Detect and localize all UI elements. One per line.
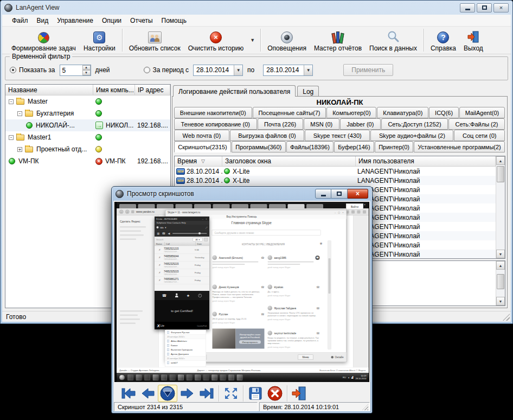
subtab-3-0[interactable]: Скриншоты(2315) (174, 141, 231, 152)
menu-item-2[interactable]: Управление (53, 15, 98, 26)
subtab-1-5[interactable]: Сеть:Файлы (2) (448, 118, 505, 130)
table-scrollbar[interactable]: ▲ ▼ (496, 156, 505, 258)
scroll-down-icon[interactable]: ▼ (496, 297, 505, 306)
days-spinner[interactable]: 5 ▲▼ (60, 65, 91, 76)
tree-header-name[interactable]: Название (5, 85, 93, 95)
tree-row-1[interactable]: -Бухгалтерия (5, 107, 170, 119)
play-screenshot-button[interactable] (158, 385, 177, 402)
subtab-2-1[interactable]: Выгрузка файлов (0) (230, 130, 305, 141)
toolbar-button-tasks-pinwheel[interactable]: Формирование задач (8, 28, 80, 53)
close-button[interactable]: × (493, 3, 509, 12)
maximize-button[interactable] (477, 3, 492, 12)
tree-row-5[interactable]: VM-ПК×VM-ПК192.168.... (5, 155, 170, 167)
radio-dot[interactable] (144, 67, 150, 73)
radio-dot[interactable] (10, 67, 16, 73)
scroll-up-icon[interactable]: ▲ (496, 156, 505, 165)
toolbar-button-settings-wrench[interactable]: ⚙Настройки (80, 28, 119, 53)
tree-row-4[interactable]: +Проектный отд... (5, 143, 170, 155)
exit-screenshot-button[interactable] (290, 385, 309, 402)
toolbar-button-clear-history[interactable]: ×Очистить историю (184, 28, 248, 53)
tree-row-3[interactable]: -Master1 (5, 131, 170, 143)
preview-scrollbar[interactable]: ▲ ▼ (496, 261, 505, 306)
next-screenshot-button[interactable] (177, 385, 197, 402)
subtab-2-4[interactable]: Соц сети (0) (454, 130, 505, 141)
minimize-button[interactable] (460, 3, 475, 12)
subtab-1-0[interactable]: Теневое копирование (0) (174, 118, 257, 130)
table-header-0[interactable]: Время▽ (175, 156, 222, 166)
menu-item-5[interactable]: Помощь (157, 15, 191, 26)
menu-item-4[interactable]: Отчеты (126, 15, 157, 26)
subtab-2-0[interactable]: Web почта (0) (174, 130, 229, 141)
subtab-3-3[interactable]: Буфер(146) (334, 141, 374, 152)
tree-row-2[interactable]: НИКОЛАЙ-...→НИКОЛ...192.168.... (5, 119, 170, 131)
subtab-0-4[interactable]: ICQ(6) (429, 107, 459, 118)
menu-item-3[interactable]: Опции (98, 15, 126, 26)
main-titlebar[interactable]: LanAgent View × (1, 1, 512, 15)
table-header-1[interactable]: Заголовок окна (222, 156, 356, 166)
toolbar-button-help[interactable]: ?Справка (427, 28, 460, 53)
table-row[interactable]: NEW28.10.2014 ...X-LiteLANAGENT\Николай (175, 167, 496, 176)
subtab-3-1[interactable]: Программы(360) (232, 141, 286, 152)
chevron-down-icon[interactable]: ▼ (234, 65, 242, 75)
first-screenshot-button[interactable] (119, 385, 138, 402)
fit-screenshot-button[interactable] (221, 385, 241, 402)
subtab-3-5[interactable]: Установленные программы(2) (414, 141, 505, 152)
toolbar-button-report-wizard[interactable]: Мастер отчётов (310, 28, 365, 53)
chevron-down-icon[interactable]: ▼ (304, 65, 312, 75)
viewer-close-button[interactable]: × (348, 189, 368, 199)
subtab-0-5[interactable]: MailAgent(0) (459, 107, 505, 118)
subtab-3-4[interactable]: Принтер(0) (375, 141, 413, 152)
toolbar-button-exit-door[interactable]: Выход (460, 28, 487, 53)
scroll-thumb[interactable] (497, 274, 504, 289)
spin-up-icon[interactable]: ▲ (82, 65, 91, 71)
subtab-0-3[interactable]: Клавиатура(0) (377, 107, 428, 118)
save-screenshot-button[interactable] (246, 385, 265, 402)
subtab-3-2[interactable]: Файлы(18396) (286, 141, 334, 152)
dropdown-arrow-icon[interactable]: ▼ (247, 37, 258, 43)
subtab-0-0[interactable]: Внешние накопители(0) (174, 107, 252, 118)
tree-expander-icon[interactable]: + (17, 147, 22, 152)
subtab-1-3[interactable]: Jabber (0) (340, 118, 381, 130)
tree-expander-icon[interactable]: - (17, 111, 22, 116)
tree-header-ip[interactable]: IP адрес (135, 85, 170, 95)
subtab-0-2[interactable]: Компьютер(0) (326, 107, 376, 118)
subtab-1-1[interactable]: Почта (226) (258, 118, 303, 130)
tree-expander-icon[interactable]: - (9, 99, 14, 104)
viewer-maximize-button[interactable] (331, 189, 348, 199)
radio-show-last-days[interactable]: Показать за (10, 66, 55, 74)
previous-screenshot-button[interactable] (138, 385, 158, 402)
menu-item-0[interactable]: Файл (8, 15, 33, 26)
tree-header-computer[interactable]: Имя компь... (93, 85, 135, 95)
xlite-call-row: ✗7495232521574952325215@...Friday (155, 262, 209, 269)
scroll-up-icon[interactable]: ▲ (496, 261, 505, 270)
spin-down-icon[interactable]: ▼ (82, 70, 91, 75)
subtab-0-1[interactable]: Посещенные сайты(7) (253, 107, 326, 118)
table-row[interactable]: NEW28.10.2014 ...X-LiteLANAGENT\Николай (175, 176, 496, 185)
scroll-down-icon[interactable]: ▼ (496, 250, 505, 258)
last-screenshot-button[interactable] (197, 385, 216, 402)
subtab-1-2[interactable]: MSN (0) (304, 118, 339, 130)
toolbar-button-data-search[interactable]: Поиск в данных (365, 28, 421, 53)
delete-screenshot-button[interactable] (265, 385, 285, 402)
date-to-combo[interactable]: 28.10.2014 ▼ (263, 65, 313, 76)
tab-log[interactable]: Log (297, 86, 319, 97)
table-header-2[interactable]: Имя пользователя (356, 156, 496, 166)
menu-item-1[interactable]: Вид (33, 15, 53, 26)
toolbar-button-refresh-list[interactable]: Обновить список (125, 28, 184, 53)
tab-logging[interactable]: Логирование действий пользователя (173, 85, 296, 97)
tree-expander-icon[interactable]: - (9, 135, 14, 140)
subtab-1-4[interactable]: Сеть:Доступ (1252) (381, 118, 448, 130)
scroll-thumb[interactable] (497, 166, 504, 182)
radio-period[interactable]: За период с (144, 66, 189, 74)
tree-row-0[interactable]: -Master (5, 96, 170, 107)
days-value[interactable]: 5 (60, 65, 82, 75)
viewer-minimize-button[interactable] (315, 189, 331, 199)
apply-button[interactable]: Применить (343, 64, 393, 76)
viewer-titlebar[interactable]: Просмотр скриншотов × (112, 187, 372, 201)
resize-grip[interactable] (503, 314, 510, 321)
subtab-2-2[interactable]: Skype текст (430) (305, 130, 370, 141)
subtab-2-3[interactable]: Skype аудио+файлы (2) (370, 130, 453, 141)
resize-grip[interactable] (362, 404, 368, 410)
date-from-combo[interactable]: 28.10.2014 ▼ (193, 65, 243, 76)
toolbar-button-alerts-eye[interactable]: Оповещения (264, 28, 310, 53)
